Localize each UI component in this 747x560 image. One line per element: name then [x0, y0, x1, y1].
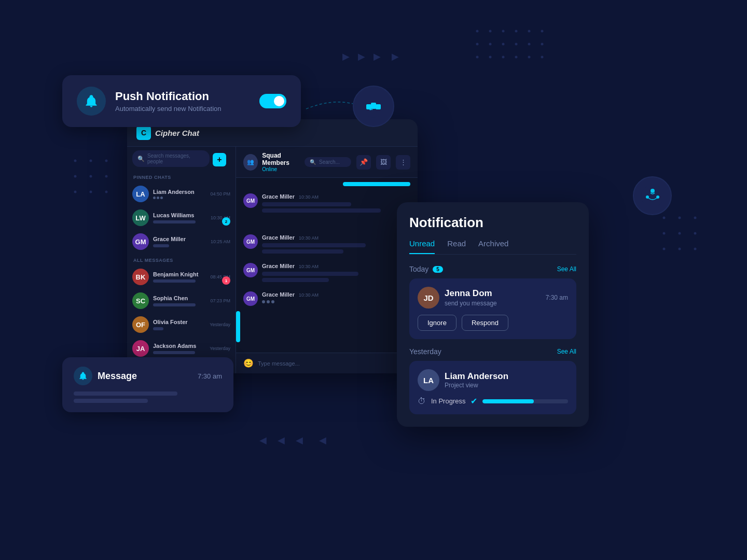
- svg-point-32: [74, 191, 77, 193]
- typing-dot-1: [262, 300, 265, 303]
- chat-main-info: 👥 Squad Members Online: [243, 152, 305, 172]
- msg-time-4: 10:30 AM: [299, 292, 319, 298]
- msg-avatar-1: GM: [243, 193, 258, 208]
- push-notification-card: Push Notification Automatically send new…: [62, 75, 301, 127]
- msg-content-4: Grace Miller 10:30 AM: [262, 291, 410, 303]
- search-placeholder: Search messages, people: [147, 153, 204, 164]
- chat-list-item-liam[interactable]: LA Liam Anderson 04:50 PM: [127, 182, 236, 206]
- chat-list-name-liam: Liam Anderson: [153, 189, 206, 195]
- tab-archived[interactable]: Archived: [478, 239, 508, 254]
- chat-list-name-sophia: Sophia Chen: [153, 295, 206, 301]
- yesterday-label: Yesterday: [409, 347, 441, 356]
- yesterday-see-all[interactable]: See All: [557, 348, 576, 355]
- svg-text:⇄: ⇄: [369, 107, 373, 111]
- svg-point-34: [105, 191, 108, 193]
- bell-icon: [77, 87, 106, 116]
- chat-list-item-sophia[interactable]: SC Sophia Chen 07:23 PM: [127, 289, 236, 313]
- avatar-jackson: JA: [132, 340, 149, 357]
- jenna-name: Jenna Dom: [445, 288, 541, 299]
- dot3: [160, 197, 163, 199]
- pin-icon[interactable]: 📌: [356, 155, 371, 170]
- svg-point-16: [502, 43, 505, 46]
- svg-rect-46: [376, 104, 381, 109]
- progress-bar-fill: [482, 399, 534, 403]
- all-section-label: ALL MESSAGES: [127, 254, 236, 265]
- chat-time-liam: 04:50 PM: [210, 191, 230, 197]
- msg-time-1: 10:30 AM: [299, 194, 319, 200]
- svg-point-38: [663, 232, 666, 235]
- message-toast-title: Message: [98, 371, 137, 382]
- msg-content-2: Grace Miller 10:30 AM: [262, 234, 410, 256]
- message-row-2: GM Grace Miller 10:30 AM: [243, 234, 410, 256]
- chat-list-item-olivia[interactable]: OF Olivia Foster Yesterday: [127, 313, 236, 337]
- emoji-icon[interactable]: 😊: [243, 358, 254, 368]
- yesterday-section-left: Yesterday: [409, 347, 441, 356]
- liam-project: Project view: [445, 382, 568, 389]
- msg-header-2: Grace Miller 10:30 AM: [262, 234, 410, 241]
- liam-notification-card: LA Liam Anderson Project view ⏱ In Progr…: [409, 361, 576, 414]
- jenna-sub: send you message: [445, 300, 541, 307]
- chat-main-actions: 🔍 Search... 📌 🖼 ⋮: [305, 155, 410, 170]
- message-toast: Message 7:30 am: [62, 357, 233, 412]
- typing-dot-2: [267, 300, 270, 303]
- chat-app-title: Cipher Chat: [155, 129, 199, 137]
- liam-name: Liam Anderson: [445, 371, 568, 382]
- chat-list-preview-jackson: [153, 351, 195, 354]
- svg-point-17: [515, 43, 518, 46]
- chat-sidebar-search-box[interactable]: 🔍 Search messages, people: [132, 150, 210, 167]
- push-notification-text: Push Notification Automatically send new…: [115, 90, 250, 113]
- tab-read[interactable]: Read: [447, 239, 466, 254]
- msg-header-3: Grace Miller 10:30 AM: [262, 263, 410, 269]
- avatar-lucas: LW: [132, 209, 149, 226]
- chat-list-item-benjamin[interactable]: BK Benjamin Knight 08:45 PM 1: [127, 265, 236, 289]
- chat-add-button[interactable]: +: [213, 153, 226, 166]
- chat-list-info-lucas: Lucas Williams: [153, 212, 206, 223]
- svg-point-9: [489, 30, 492, 33]
- chat-list-preview-benjamin: [153, 279, 196, 283]
- message-toast-left: Message: [74, 367, 137, 385]
- chat-time-jackson: Yesterday: [210, 346, 230, 351]
- avatar-grace: GM: [132, 233, 149, 250]
- team-deco-circle: [633, 176, 672, 215]
- svg-point-39: [679, 232, 681, 235]
- chat-list-info-liam: Liam Anderson: [153, 189, 206, 199]
- image-icon[interactable]: 🖼: [376, 155, 391, 170]
- chat-list-name-jackson: Jackson Adams: [153, 343, 205, 349]
- chat-main-search[interactable]: 🔍 Search...: [305, 157, 351, 167]
- message-toast-header: Message 7:30 am: [74, 367, 222, 385]
- chat-list-info-jackson: Jackson Adams: [153, 343, 205, 354]
- respond-button[interactable]: Respond: [462, 315, 508, 331]
- chat-time-olivia: Yesterday: [210, 322, 230, 327]
- chat-list-item-grace[interactable]: GM Grace Miller 10:25 AM: [127, 230, 236, 254]
- message-toast-bar1: [74, 391, 177, 396]
- tab-unread[interactable]: Unread: [409, 239, 435, 254]
- push-notification-toggle[interactable]: [259, 94, 286, 108]
- chat-list-item-lucas[interactable]: LW Lucas Williams 10:30 AM 2: [127, 206, 236, 230]
- yesterday-section-header: Yesterday See All: [409, 347, 576, 356]
- avatar-sophia: SC: [132, 292, 149, 309]
- svg-point-43: [694, 248, 697, 250]
- chat-list-preview-lucas: [153, 220, 196, 223]
- chat-input-field[interactable]: Type message...: [258, 360, 410, 367]
- chat-sidebar-search-row: 🔍 Search messages, people +: [127, 147, 236, 171]
- avatar-jenna: JD: [418, 287, 439, 309]
- msg-name-3: Grace Miller: [262, 263, 295, 269]
- push-notification-title: Push Notification: [115, 90, 250, 103]
- svg-point-21: [489, 56, 492, 59]
- svg-point-12: [528, 30, 531, 33]
- today-see-all[interactable]: See All: [557, 265, 576, 273]
- svg-text:◀: ◀: [319, 435, 326, 445]
- chat-list-info-sophia: Sophia Chen: [153, 295, 206, 306]
- msg-name-2: Grace Miller: [262, 234, 295, 241]
- search-icon-main: 🔍: [310, 159, 316, 165]
- svg-text:▶: ▶: [358, 51, 365, 62]
- message-row-3: GM Grace Miller 10:30 AM: [243, 263, 410, 284]
- ignore-button[interactable]: Ignore: [418, 315, 457, 331]
- more-icon[interactable]: ⋮: [396, 155, 410, 170]
- svg-point-18: [528, 43, 531, 46]
- progress-bar-background: [482, 399, 568, 403]
- svg-point-15: [489, 43, 492, 46]
- liam-status-row: ⏱ In Progress ✔: [418, 396, 568, 406]
- svg-point-41: [663, 248, 666, 250]
- message-bell-icon: [74, 367, 92, 385]
